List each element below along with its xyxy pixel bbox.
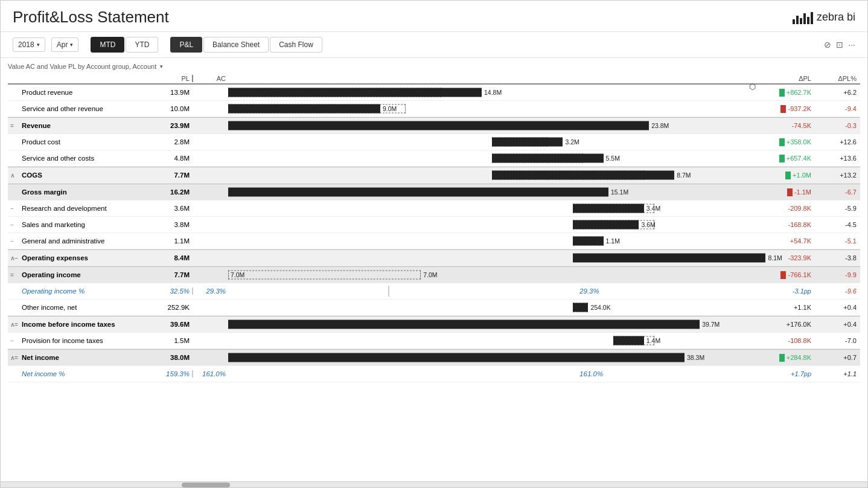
tab-ytd[interactable]: YTD (126, 37, 158, 53)
row-label-text: Income before income taxes (22, 321, 115, 328)
zebra-bi-logo: zebra bi (793, 11, 855, 24)
tab-cash-flow[interactable]: Cash Flow (270, 37, 322, 53)
delta-text: -323.9K (788, 254, 811, 262)
content-area: Value AC and Value PL by Account group, … (1, 58, 867, 481)
row-label: Operating income % (8, 287, 159, 295)
row-bar-cell: 1.4M (228, 333, 761, 348)
delta-text: -209.8K (788, 205, 811, 212)
row-label: Gross margin (8, 188, 159, 196)
row-label-text: Operating expenses (22, 254, 88, 262)
row-delta-value: +657.4K (761, 155, 815, 162)
row-delta-pct: +1.1 (815, 370, 860, 377)
ac-bar (573, 237, 603, 246)
table-row: =Revenue23.9M23.8M-74.5K-0.3 (8, 117, 860, 134)
chevron-down-icon: ▾ (70, 42, 73, 48)
bar-ac-label: 254.0K (590, 304, 610, 311)
filter-icon[interactable]: ⊘ (824, 40, 831, 50)
table-row: ∧=Net income38.0M38.3M+284.8K+0.7 (8, 349, 860, 366)
export-icon[interactable]: ⊡ (836, 40, 843, 50)
table-row: −Research and development3.6M3.4M-209.8K… (8, 201, 860, 217)
tab-mtd[interactable]: MTD (91, 37, 124, 53)
delta-text: -766.1K (788, 271, 811, 278)
col-deltapct-header: ΔPL% (815, 75, 860, 82)
horizontal-scrollbar[interactable] (1, 481, 867, 487)
row-label: Product cost (8, 138, 159, 146)
delta-text: -74.5K (792, 122, 811, 129)
table-row: −Provision for income taxes1.5M1.4M-108.… (8, 333, 860, 349)
row-bar-cell: 9.0M (228, 101, 761, 117)
row-pl-value: 159.3% (159, 370, 192, 377)
row-pl-value: 16.2M (159, 188, 192, 196)
table-row: Other income, net252.9K254.0K+1.1K+0.4 (8, 300, 860, 316)
row-pl-value: 7.7M (159, 271, 192, 278)
chevron-down-icon[interactable]: ▾ (160, 63, 163, 69)
delta-text: +862.7K (787, 89, 811, 96)
row-delta-value: -3.1pp (761, 287, 815, 295)
row-delta-pct: +13.2 (815, 172, 860, 179)
table-row: =Operating income7.7M7.0M7.0M-766.1K-9.9 (8, 266, 860, 283)
tab-pl[interactable]: P&L (170, 37, 202, 53)
row-delta-value: +284.8K (761, 354, 815, 362)
row-delta-value: -1.1M (761, 188, 815, 196)
scrollbar-thumb[interactable] (182, 483, 230, 487)
bar-ac-label: 7.0M (231, 271, 244, 278)
row-delta-pct: -5.1 (815, 237, 860, 245)
row-label-text: Operating income % (22, 287, 85, 295)
ac-bar (613, 336, 643, 345)
logo-text: zebra bi (817, 11, 855, 24)
col-pl-header: PL (159, 75, 192, 82)
bar-ac-label: 5.5M (606, 155, 620, 162)
pl-table: PL AC ⬡ ΔPL ΔPL% Product revenue13.9M14.… (8, 74, 860, 382)
row-label: =Revenue (8, 121, 159, 130)
row-delta-pct: -4.5 (815, 221, 860, 228)
row-label: ∧−Operating expenses (8, 254, 159, 262)
row-bar-cell: 7.0M7.0M (228, 267, 761, 283)
row-label-text: Product revenue (22, 89, 72, 96)
row-bar-cell: 23.8M (228, 118, 761, 133)
delta-text: +1.1K (794, 304, 811, 311)
green-indicator-box (779, 155, 785, 162)
row-delta-value: +1.0M (761, 172, 815, 179)
row-pl-value: 2.8M (159, 138, 192, 146)
bar-ac-label: 9.0M (383, 105, 397, 112)
row-prefix: = (10, 123, 20, 129)
row-pl-value: 32.5% (159, 287, 192, 295)
ac-bar (492, 171, 674, 180)
row-delta-pct: -3.8 (815, 254, 860, 262)
row-pl-value: 7.7M (159, 172, 192, 179)
row-delta-value: -168.8K (761, 221, 815, 228)
row-delta-pct: +0.7 (815, 354, 860, 361)
row-bar-cell: 8.1M (228, 250, 761, 266)
table-row: Operating income %32.5%29.3%29.3%-3.1pp-… (8, 283, 860, 300)
ac-pct-label: 161.0% (579, 370, 603, 377)
delta-text: +1.7pp (791, 370, 811, 377)
period-dropdown[interactable]: Apr ▾ (51, 37, 79, 52)
row-pl-value: 1.5M (159, 337, 192, 344)
report-tab-group: P&L Balance Sheet Cash Flow (170, 37, 322, 53)
delta-text: -168.8K (788, 221, 811, 228)
row-label-text: Net income (22, 354, 59, 361)
row-pl-value: 4.8M (159, 155, 192, 162)
delta-text: +54.7K (790, 237, 811, 245)
delta-text: +1.0M (793, 172, 811, 179)
row-label-text: General and administrative (22, 237, 104, 245)
row-bar-cell: 5.5M (228, 150, 761, 166)
row-bar-cell: 161.0% (228, 366, 761, 382)
green-indicator-box (785, 172, 791, 179)
row-label: −General and administrative (8, 237, 159, 245)
ac-bar (228, 88, 482, 97)
row-label: −Research and development (8, 204, 159, 213)
row-pl-value: 3.8M (159, 221, 192, 228)
bar-ac-label: 39.7M (702, 321, 720, 328)
ac-bar (573, 204, 644, 213)
row-label-text: Other income, net (22, 304, 77, 311)
row-bar-cell: 39.7M (228, 316, 761, 332)
row-delta-pct: -5.9 (815, 205, 860, 212)
more-options-icon[interactable]: ··· (848, 40, 855, 50)
chart-title: Value AC and Value PL by Account group, … (8, 63, 156, 70)
ac-bar (228, 320, 700, 329)
tab-balance-sheet[interactable]: Balance Sheet (203, 37, 269, 53)
row-pl-value: 23.9M (159, 122, 192, 129)
row-label-text: Revenue (22, 122, 51, 129)
year-dropdown[interactable]: 2018 ▾ (13, 37, 45, 52)
